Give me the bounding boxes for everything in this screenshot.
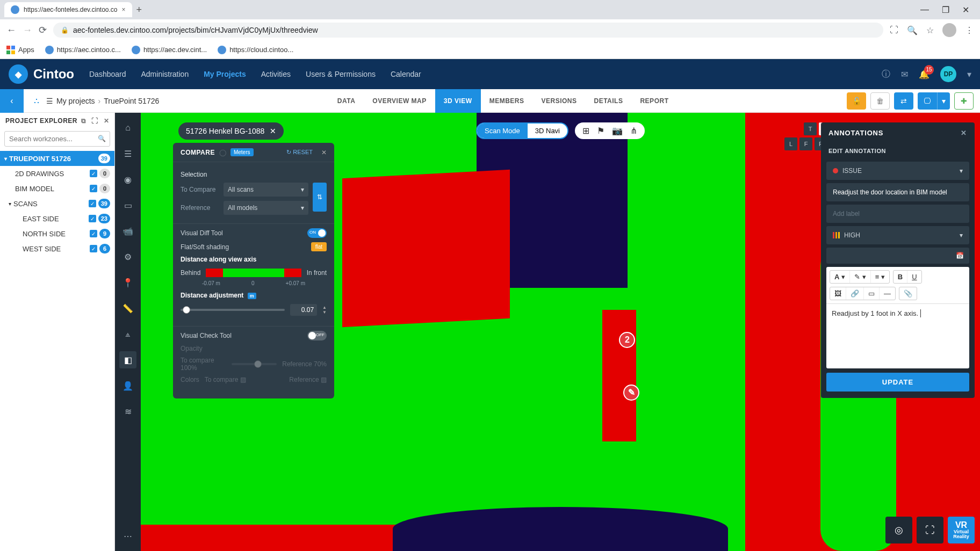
bookmark-1[interactable]: https://aec.cintoo.c... [45,46,121,54]
cube-left[interactable]: L [784,137,797,150]
nav-dashboard[interactable]: Dashboard [89,70,126,78]
tree-root[interactable]: ▾ TRUEPOINT 51726 39 [0,151,114,166]
tab-data[interactable]: DATA [329,89,364,113]
tree-icon[interactable]: ⛬ [32,96,41,106]
annotation-priority-select[interactable]: HIGH ▾ [826,226,969,244]
checkbox-icon[interactable]: ✓ [90,185,97,192]
nav-users[interactable]: Users & Permissions [306,70,376,78]
expand-icon[interactable]: ⛶ [91,117,98,125]
close-icon[interactable]: ✕ [321,149,327,156]
checkbox-icon[interactable]: ✓ [90,170,97,177]
image-button[interactable]: 🖼 [830,287,846,300]
search-icon[interactable]: 🔍 [98,135,106,142]
minimize-icon[interactable]: — [920,5,929,15]
close-window-icon[interactable]: ✕ [962,5,969,15]
to-compare-select[interactable]: All scans▾ [224,183,308,197]
chevron-down-icon[interactable]: ▾ [967,69,971,79]
nav-activities[interactable]: Activities [261,70,291,78]
flag-icon[interactable]: ⚑ [597,126,604,136]
fullscreen-button[interactable]: ⛶ [917,517,943,543]
camera-icon[interactable]: 📷 [612,126,623,136]
tab-details[interactable]: DETAILS [586,89,632,113]
checkbox-icon[interactable]: ✓ [90,230,97,237]
bookmark-2[interactable]: https://aec.dev.cint... [132,46,207,54]
visual-diff-toggle[interactable]: ON [307,228,327,238]
unlock-button[interactable]: 🔓 [847,92,866,110]
camera-icon[interactable]: 📹 [119,222,136,240]
flat-button[interactable]: flat [311,242,327,251]
update-button[interactable]: UPDATE [826,373,969,392]
more-icon[interactable]: ⋯ [119,527,136,545]
tab-versions[interactable]: VERSIONS [532,89,585,113]
gear-icon[interactable]: ⚙ [119,248,136,265]
reload-icon[interactable]: ⟳ [39,24,47,36]
annotation-body[interactable]: Readjust by 1 foot in X axis. [826,304,969,368]
layers-icon[interactable]: ☰ [119,145,136,162]
ruler-icon[interactable]: 📏 [119,300,136,317]
color-button[interactable]: ✎ ▾ [850,271,871,283]
close-icon[interactable]: × [122,6,126,13]
crop-icon[interactable]: ⟁ [119,325,136,343]
tree-item-north[interactable]: NORTH SIDE ✓9 [0,226,114,241]
viewport-3d[interactable]: 51726 Henkel BG-1088 ✕ Scan Mode 3D Navi… [141,113,980,551]
marker-edit[interactable]: ✎ [623,385,639,401]
hr-button[interactable]: — [880,287,895,300]
distance-input[interactable]: 0.07 [290,304,317,316]
nav-administration[interactable]: Administration [141,70,189,78]
tab-members[interactable]: MEMBERS [481,89,533,113]
underline-button[interactable]: U [907,271,921,283]
checkbox-icon[interactable]: ✓ [90,245,97,252]
notifications-icon[interactable]: 🔔15 [919,69,929,79]
mail-icon[interactable]: ✉ [901,69,908,79]
globe-icon[interactable]: ◉ [119,171,136,188]
reference-select[interactable]: All models▾ [224,201,308,215]
tree-item-scans[interactable]: ▾ SCANS ✓39 [0,196,114,211]
menu-icon[interactable]: ⋮ [965,25,974,35]
translate-icon[interactable]: ⛶ [890,25,898,35]
info-icon[interactable]: ⓘ [882,69,890,80]
link-button[interactable]: 🔗 [846,287,864,300]
video-button[interactable]: ▭ [864,287,880,300]
maximize-icon[interactable]: ❐ [942,5,949,15]
step-up[interactable]: ▲ [322,305,327,310]
apps-bookmark[interactable]: Apps [6,46,34,54]
visual-check-toggle[interactable]: OFF [307,331,327,340]
align-button[interactable]: ≡ ▾ [871,271,889,283]
stack-icon[interactable]: ≋ [119,403,136,420]
navi-mode-button[interactable]: 3D Navi [528,124,567,138]
checkbox-icon[interactable]: ✓ [89,200,96,207]
menu-icon[interactable]: ☰ [46,97,53,105]
close-icon[interactable]: ✕ [270,127,276,135]
nav-my-projects[interactable]: My Projects [204,70,246,78]
cube-top[interactable]: T [804,122,817,135]
present-button[interactable]: 🖵 [918,92,937,110]
tree-item-east[interactable]: EAST SIDE ✓23 [0,211,114,226]
star-icon[interactable]: ☆ [926,25,934,35]
tree-item-bim[interactable]: BIM MODEL ✓0 [0,181,114,196]
checkbox-icon[interactable]: ✓ [89,215,96,222]
back-button[interactable]: ‹ [0,89,24,113]
annotation-title-field[interactable]: Readjust the door location in BIM model [826,183,969,201]
tree-item-2d[interactable]: 2D DRAWINGS ✓0 [0,166,114,181]
swap-icon[interactable]: ⇅ [313,183,327,212]
distance-slider[interactable] [181,309,285,311]
tab-overview[interactable]: OVERVIEW MAP [364,89,435,113]
breadcrumb-root[interactable]: My projects [56,97,95,105]
copy-icon[interactable]: ⧉ [81,117,87,125]
close-icon[interactable]: ✕ [961,129,967,137]
profile-icon[interactable] [942,23,956,37]
annotation-type-select[interactable]: ISSUE ▾ [826,162,969,180]
share-icon[interactable]: ⋔ [630,126,637,136]
address-bar[interactable]: 🔒 aec-fonteles.dev.cintoo.com/projects/b… [53,23,883,38]
search-input[interactable] [4,131,110,147]
grid-icon[interactable]: ⊞ [582,126,589,136]
present-dropdown[interactable]: ▾ [937,92,950,110]
pin-icon[interactable]: 📍 [119,274,136,291]
back-icon[interactable]: ← [6,25,16,36]
annotation-label-field[interactable]: Add label [826,205,969,223]
close-icon[interactable]: ✕ [104,117,110,125]
home-icon[interactable]: ⌂ [119,119,136,136]
compare-icon[interactable]: ◧ [119,351,136,368]
nav-calendar[interactable]: Calendar [391,70,421,78]
reset-button[interactable]: ↻ RESET [286,149,313,156]
